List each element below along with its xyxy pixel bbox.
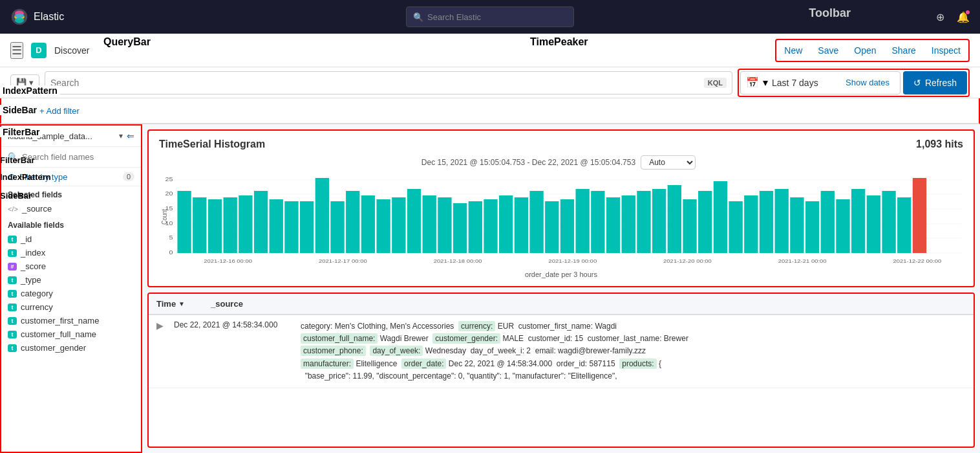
histogram-chart: 25 20 15 10 5 0 bbox=[159, 175, 963, 278]
row-expand-icon[interactable]: ▶ bbox=[156, 320, 164, 382]
svg-rect-54 bbox=[744, 195, 758, 253]
calendar-chevron-icon: ▾ bbox=[763, 76, 768, 89]
sort-icon: ▼ bbox=[178, 300, 185, 307]
add-filter-button[interactable]: + Add filter bbox=[39, 106, 80, 116]
refresh-button[interactable]: ↺ Refresh bbox=[903, 71, 967, 94]
content-area: TimeSerial Histogram 1,093 hits Dec 15, … bbox=[142, 124, 980, 453]
svg-rect-31 bbox=[392, 197, 405, 253]
field-item-type[interactable]: t _type bbox=[8, 273, 134, 287]
field-name: customer_gender bbox=[21, 343, 86, 353]
top-navigation: Elastic 🔍 Search Elastic ⊕ 🔔 bbox=[0, 0, 980, 34]
row-time-value: Dec 22, 2021 @ 14:58:34.000 bbox=[174, 320, 290, 382]
field-item-customer-gender[interactable]: t customer_gender bbox=[8, 341, 134, 355]
field-search-input[interactable] bbox=[22, 152, 134, 162]
elastic-logo-icon bbox=[10, 8, 28, 26]
open-button[interactable]: Open bbox=[849, 43, 881, 58]
svg-rect-26 bbox=[315, 178, 329, 253]
notifications-icon[interactable]: 🔔 bbox=[957, 10, 970, 23]
svg-rect-36 bbox=[469, 201, 482, 253]
histogram-hits: 1,093 hits bbox=[916, 138, 963, 150]
hamburger-button[interactable]: ☰ bbox=[10, 42, 23, 59]
field-item-id[interactable]: t _id bbox=[8, 232, 134, 246]
customer-last-name-label: customer_last_name: bbox=[588, 334, 662, 343]
svg-rect-37 bbox=[484, 199, 497, 253]
interval-select[interactable]: Auto 1 minute 1 hour 1 day bbox=[641, 155, 696, 170]
day-of-week-i-label: day_of_week_i: bbox=[471, 346, 524, 355]
field-item-currency[interactable]: t currency bbox=[8, 300, 134, 314]
toolbar-buttons-group: New Save Open Share Inspect bbox=[775, 39, 970, 62]
svg-text:2021-12-21 00:00: 2021-12-21 00:00 bbox=[778, 258, 827, 264]
svg-rect-20 bbox=[224, 197, 237, 253]
field-item-index[interactable]: t _index bbox=[8, 246, 134, 260]
nav-right-icons: ⊕ 🔔 bbox=[933, 10, 970, 23]
field-item-customer-first-name[interactable]: t customer_first_name bbox=[8, 314, 134, 327]
sidebar: kibana_sample_data... ▾ ⇐ 🔍 ⊙ Filter by … bbox=[0, 124, 142, 453]
svg-text:2021-12-22 00:00: 2021-12-22 00:00 bbox=[893, 258, 942, 264]
app-name-label: Elastic bbox=[34, 11, 64, 23]
save-button[interactable]: Save bbox=[813, 43, 844, 58]
svg-rect-18 bbox=[193, 197, 206, 253]
time-column-header[interactable]: Time ▼ bbox=[156, 299, 185, 309]
svg-rect-32 bbox=[407, 189, 421, 253]
field-name: customer_first_name bbox=[21, 316, 99, 326]
svg-text:2021-12-18 00:00: 2021-12-18 00:00 bbox=[434, 258, 482, 264]
svg-point-3 bbox=[15, 17, 24, 23]
new-button[interactable]: New bbox=[779, 43, 807, 58]
data-table-header: Time ▼ _source bbox=[149, 294, 974, 315]
field-item-score[interactable]: # _score bbox=[8, 260, 134, 273]
index-pattern-row: kibana_sample_data... ▾ ⇐ bbox=[1, 126, 141, 147]
field-item-source[interactable]: </> _source bbox=[8, 202, 134, 215]
query-bar-row: 💾 ▾ KQL 📅 ▾ Last 7 days Show dates ↺ Ref… bbox=[0, 67, 980, 98]
filter-count-badge: 0 bbox=[123, 172, 134, 181]
help-icon[interactable]: ⊕ bbox=[933, 10, 946, 23]
source-column-header: _source bbox=[211, 299, 243, 309]
svg-text:2021-12-19 00:00: 2021-12-19 00:00 bbox=[548, 258, 597, 264]
field-item-category[interactable]: t category bbox=[8, 287, 134, 300]
svg-text:5: 5 bbox=[169, 234, 173, 241]
svg-rect-17 bbox=[177, 191, 191, 253]
svg-rect-46 bbox=[622, 195, 635, 253]
category-field-highlight: category: bbox=[301, 322, 332, 331]
index-pattern-name: kibana_sample_data... bbox=[8, 131, 115, 141]
field-type-t-icon: t bbox=[8, 331, 17, 338]
histogram-panel: TimeSerial Histogram 1,093 hits Dec 15, … bbox=[147, 129, 975, 287]
histogram-svg: 25 20 15 10 5 0 bbox=[159, 175, 963, 265]
svg-rect-21 bbox=[239, 195, 252, 253]
svg-rect-24 bbox=[284, 201, 298, 253]
kql-search-input[interactable] bbox=[50, 78, 699, 88]
svg-rect-33 bbox=[423, 195, 436, 253]
customer-gender-highlight: customer_gender: bbox=[432, 333, 500, 344]
index-pattern-chevron-icon[interactable]: ▾ bbox=[119, 131, 123, 140]
histogram-date-range: Dec 15, 2021 @ 15:05:04.753 - Dec 22, 20… bbox=[421, 158, 635, 167]
svg-text:2021-12-20 00:00: 2021-12-20 00:00 bbox=[663, 258, 712, 264]
global-search-bar[interactable]: 🔍 Search Elastic bbox=[406, 6, 574, 27]
svg-rect-23 bbox=[270, 199, 283, 253]
svg-rect-58 bbox=[805, 201, 819, 253]
time-range-picker[interactable]: 📅 ▾ Last 7 days Show dates bbox=[740, 71, 900, 94]
filter-type-icon: ⊙ bbox=[8, 171, 16, 182]
svg-rect-35 bbox=[453, 203, 467, 253]
svg-text:2021-12-16 00:00: 2021-12-16 00:00 bbox=[204, 258, 252, 264]
save-query-button[interactable]: 💾 ▾ bbox=[10, 74, 39, 91]
day-of-week-highlight: day_of_week: bbox=[370, 346, 423, 356]
svg-rect-52 bbox=[714, 181, 727, 253]
svg-rect-61 bbox=[851, 189, 865, 253]
field-search-icon: 🔍 bbox=[8, 152, 18, 162]
svg-rect-42 bbox=[560, 199, 574, 253]
svg-rect-27 bbox=[330, 201, 344, 253]
inspect-button[interactable]: Inspect bbox=[926, 43, 966, 58]
svg-rect-60 bbox=[836, 199, 849, 253]
filter-by-type-row[interactable]: ⊙ Filter by type 0 bbox=[1, 168, 141, 186]
share-button[interactable]: Share bbox=[887, 43, 921, 58]
svg-rect-38 bbox=[499, 195, 513, 253]
index-pattern-arrow-icon[interactable]: ⇐ bbox=[127, 131, 134, 141]
svg-rect-45 bbox=[606, 197, 620, 253]
filter-by-type-label: Filter by type bbox=[19, 172, 67, 182]
svg-rect-25 bbox=[300, 201, 314, 253]
svg-rect-57 bbox=[790, 197, 804, 253]
search-placeholder: Search Elastic bbox=[427, 12, 481, 22]
available-fields-title: Available fields bbox=[8, 221, 134, 230]
field-item-customer-full-name[interactable]: t customer_full_name bbox=[8, 327, 134, 341]
svg-rect-28 bbox=[346, 191, 359, 253]
show-dates-button[interactable]: Show dates bbox=[840, 75, 895, 90]
